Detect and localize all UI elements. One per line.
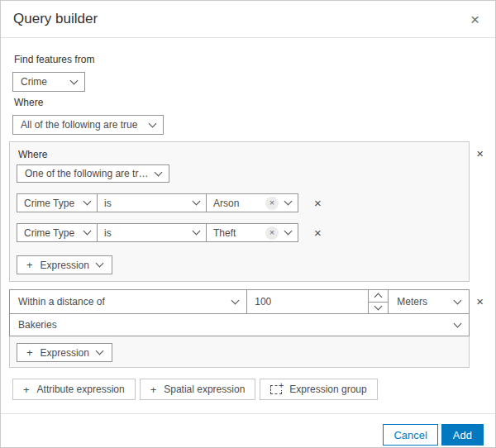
chevron-down-icon bbox=[155, 168, 163, 176]
group-combine-select-value: One of the following are tr… bbox=[25, 168, 148, 179]
chevron-down-icon bbox=[454, 319, 462, 327]
group-combine-select[interactable]: One of the following are tr… bbox=[17, 164, 169, 183]
chevron-down-icon bbox=[96, 260, 104, 268]
chevron-down-icon bbox=[284, 198, 293, 206]
combine-select-value: All of the following are true bbox=[21, 119, 137, 131]
add-expression-label: Expression bbox=[41, 347, 89, 359]
units-select-value: Meters bbox=[397, 296, 427, 307]
chevron-up-icon bbox=[374, 293, 383, 301]
dialog-footer: Cancel Add bbox=[1, 414, 495, 446]
spatial-condition-row: Within a distance of Meters bbox=[10, 290, 469, 313]
close-icon[interactable]: × bbox=[467, 10, 483, 29]
chevron-down-icon bbox=[374, 302, 383, 310]
operator-select-value: is bbox=[104, 227, 112, 239]
dialog-header: Query builder × bbox=[1, 1, 495, 38]
remove-condition-icon[interactable]: × bbox=[311, 195, 325, 211]
value-tag-remove-icon[interactable]: × bbox=[265, 226, 279, 240]
add-expression-group-button[interactable]: + Expression group bbox=[260, 379, 377, 400]
remove-group-icon[interactable]: × bbox=[473, 293, 487, 309]
units-select[interactable]: Meters bbox=[388, 290, 469, 313]
condition-row: Crime Type is Theft × × bbox=[17, 223, 462, 242]
chevron-down-icon bbox=[149, 119, 157, 127]
expression-group-icon: + bbox=[270, 385, 282, 394]
combine-select[interactable]: All of the following are true bbox=[12, 115, 164, 135]
field-select-value: Crime Type bbox=[24, 198, 74, 209]
dialog-body: Find features from Crime Where All of th… bbox=[1, 54, 495, 400]
value-select-value: Arson bbox=[213, 198, 239, 209]
condition-row: Crime Type is Arson × × bbox=[17, 193, 462, 212]
layer-select[interactable]: Crime bbox=[12, 72, 85, 92]
add-attribute-expression-button[interactable]: + Attribute expression bbox=[12, 379, 136, 400]
plus-icon: + bbox=[278, 381, 284, 390]
query-builder-dialog: Query builder × Find features from Crime… bbox=[0, 0, 496, 448]
stepper-down-icon[interactable] bbox=[369, 302, 388, 314]
value-select[interactable]: Arson × bbox=[206, 193, 298, 212]
target-layer-value: Bakeries bbox=[18, 319, 57, 331]
group-where-label: Where bbox=[18, 149, 462, 160]
where-label: Where bbox=[14, 97, 484, 108]
target-layer-select[interactable]: Bakeries bbox=[10, 313, 469, 336]
stepper-up-icon[interactable] bbox=[369, 290, 388, 302]
value-controls: × bbox=[265, 226, 291, 240]
find-features-label: Find features from bbox=[14, 54, 484, 65]
chevron-down-icon bbox=[454, 296, 462, 304]
plus-icon: + bbox=[150, 384, 157, 395]
cancel-button[interactable]: Cancel bbox=[383, 424, 437, 446]
add-expression-button[interactable]: + Expression bbox=[17, 343, 112, 362]
chevron-down-icon bbox=[83, 227, 92, 236]
remove-condition-icon[interactable]: × bbox=[311, 225, 325, 241]
chevron-down-icon bbox=[284, 227, 293, 236]
field-select[interactable]: Crime Type bbox=[17, 193, 98, 212]
plus-icon: + bbox=[26, 260, 33, 270]
chevron-down-icon bbox=[96, 347, 104, 355]
plus-icon: + bbox=[26, 347, 33, 358]
expression-group-2: Within a distance of Meters bbox=[9, 289, 470, 368]
chevron-down-icon bbox=[70, 76, 79, 84]
expression-group-2-row: Within a distance of Meters bbox=[9, 289, 487, 368]
spatial-expression-rows: Within a distance of Meters bbox=[9, 289, 470, 336]
spatial-mode-value: Within a distance of bbox=[18, 296, 105, 307]
distance-stepper bbox=[368, 290, 388, 313]
operator-select-value: is bbox=[104, 198, 112, 209]
operator-select[interactable]: is bbox=[97, 223, 207, 242]
value-select-value: Theft bbox=[213, 227, 236, 239]
plus-icon: + bbox=[23, 384, 30, 395]
operator-select[interactable]: is bbox=[97, 193, 207, 212]
add-expression-button[interactable]: + Expression bbox=[17, 255, 112, 274]
chevron-down-icon bbox=[193, 198, 201, 206]
remove-group-icon[interactable]: × bbox=[473, 145, 487, 161]
add-expression-label: Expression bbox=[41, 260, 89, 271]
value-select[interactable]: Theft × bbox=[206, 223, 298, 242]
layer-select-value: Crime bbox=[21, 76, 47, 88]
field-select[interactable]: Crime Type bbox=[17, 223, 98, 242]
dialog-title: Query builder bbox=[13, 11, 98, 27]
expression-group-1-row: Where One of the following are tr… Crime… bbox=[9, 141, 487, 282]
field-select-value: Crime Type bbox=[24, 227, 74, 239]
value-tag-remove-icon[interactable]: × bbox=[265, 197, 279, 210]
chevron-down-icon bbox=[83, 198, 92, 206]
add-spatial-expression-button[interactable]: + Spatial expression bbox=[140, 379, 256, 400]
add-button[interactable]: Add bbox=[441, 424, 484, 446]
expression-toolbar: + Attribute expression + Spatial express… bbox=[12, 379, 484, 400]
spatial-expression-label: Spatial expression bbox=[164, 384, 245, 395]
value-controls: × bbox=[265, 197, 291, 210]
attribute-expression-label: Attribute expression bbox=[37, 384, 125, 395]
spatial-mode-select[interactable]: Within a distance of bbox=[10, 290, 246, 313]
chevron-down-icon bbox=[193, 227, 201, 236]
chevron-down-icon bbox=[231, 296, 240, 304]
expression-group-label: Expression group bbox=[289, 384, 366, 395]
distance-input[interactable] bbox=[246, 290, 368, 313]
expression-group-1: Where One of the following are tr… Crime… bbox=[9, 141, 470, 282]
